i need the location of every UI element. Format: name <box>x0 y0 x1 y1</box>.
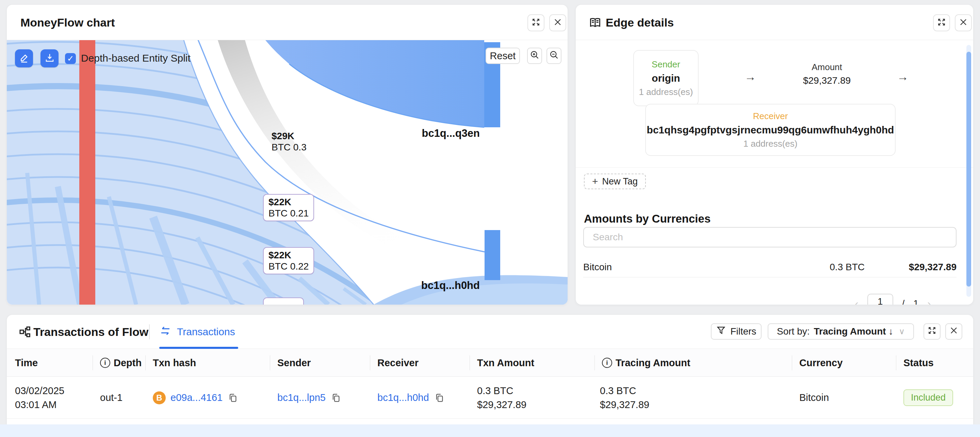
col-status[interactable]: Status <box>896 349 972 377</box>
tab-transactions-label: Transactions <box>177 326 235 338</box>
close-icon <box>950 326 958 337</box>
sender-card[interactable]: Sender origin 1 address(es) <box>633 50 698 106</box>
currency-search-input[interactable] <box>583 227 956 247</box>
transactions-title: Transactions of Flow <box>33 325 148 339</box>
sender-link[interactable]: bc1q...lpn5 <box>277 392 326 403</box>
edge-expand-button[interactable] <box>933 14 950 31</box>
expand-icon <box>531 18 540 28</box>
receiver-count: 1 address(es) <box>646 139 895 149</box>
col-time[interactable]: Time <box>8 349 92 377</box>
check-icon: ✓ <box>67 54 74 63</box>
flow-label-partial[interactable] <box>263 297 304 305</box>
receiver-label: Receiver <box>646 111 895 121</box>
table-row[interactable]: 03/02/2025 03:01 AM out-1 B e09a...4161 … <box>7 377 973 419</box>
transactions-panel: Transactions of Flow Transactions Filter… <box>7 315 973 437</box>
receiver-link[interactable]: bc1q...h0hd <box>377 392 429 403</box>
expand-icon <box>928 326 937 337</box>
moneyflow-expand-button[interactable] <box>527 14 544 31</box>
copy-icon[interactable] <box>434 392 445 403</box>
txn-date: 03/02/2025 <box>15 385 64 397</box>
sender-value: origin <box>634 72 698 84</box>
moneyflow-close-button[interactable] <box>549 14 566 31</box>
col-depth[interactable]: iDepth <box>92 349 145 377</box>
cell-receiver: bc1q...h0hd <box>370 377 469 419</box>
tab-transactions[interactable]: Transactions <box>159 315 235 349</box>
entity-split-checkbox[interactable]: ✓ <box>65 53 76 64</box>
new-tag-button[interactable]: + New Tag <box>584 174 646 189</box>
col-receiver[interactable]: Receiver <box>370 349 469 377</box>
reset-button[interactable]: Reset <box>485 48 520 64</box>
amount-block: Amount $29,327.89 <box>779 62 875 86</box>
cell-sender: bc1q...lpn5 <box>270 377 370 419</box>
close-icon <box>554 18 562 27</box>
arrow-right-icon: → <box>745 70 756 83</box>
moneyflow-panel: MoneyFlow chart <box>7 5 568 305</box>
table-header-row: Time iDepth Txn hash Sender Receiver Txn… <box>7 349 973 377</box>
flow-label-22k-022[interactable]: $22K BTC 0.22 <box>263 247 314 274</box>
currency-usd: $29,327.89 <box>865 262 956 273</box>
flow-label-22k-021[interactable]: $22K BTC 0.21 <box>263 194 314 221</box>
edge-scrollbar-thumb[interactable] <box>966 52 971 287</box>
info-icon: i <box>100 358 110 368</box>
currency-name: Bitcoin <box>583 262 612 273</box>
plus-icon: + <box>592 175 598 187</box>
filters-button[interactable]: Filters <box>711 323 762 340</box>
status-badge: Included <box>904 389 953 406</box>
page-prev-icon[interactable]: ‹ <box>855 297 859 305</box>
copy-icon[interactable] <box>331 392 341 403</box>
new-tag-label: New Tag <box>602 176 638 187</box>
expand-icon <box>937 18 946 28</box>
receiver-card[interactable]: Receiver bc1qhsg4pgfptvgsjrnecmu99qg6umw… <box>645 104 896 156</box>
download-icon <box>45 53 55 64</box>
col-txn-amount[interactable]: Txn Amount <box>469 349 595 377</box>
edge-details-title: Edge details <box>606 16 674 29</box>
header-divider <box>149 324 150 339</box>
edge-details-header: Edge details <box>576 5 973 40</box>
col-sender[interactable]: Sender <box>270 349 370 377</box>
zoom-out-button[interactable] <box>546 48 562 64</box>
transactions-expand-button[interactable] <box>924 323 940 340</box>
col-currency[interactable]: Currency <box>792 349 896 377</box>
sender-label: Sender <box>634 59 698 70</box>
funnel-icon <box>716 325 726 338</box>
app-root: MoneyFlow chart <box>0 0 980 437</box>
close-icon <box>959 18 967 27</box>
chevron-down-icon: ∨ <box>899 327 905 336</box>
copy-icon[interactable] <box>227 392 238 403</box>
node-label-h0hd[interactable]: bc1q...h0hd <box>398 279 480 292</box>
page-next-icon[interactable]: › <box>927 297 931 305</box>
edge-close-button[interactable] <box>955 14 972 31</box>
page-input[interactable]: 1 <box>867 294 893 305</box>
cell-time: 03/02/2025 03:01 AM <box>8 377 92 419</box>
node-label-q3en[interactable]: bc1q...q3en <box>398 127 480 140</box>
pencil-icon <box>19 53 29 64</box>
sort-value: Tracing Amount ↓ <box>814 326 894 337</box>
download-button[interactable] <box>40 49 59 67</box>
entity-split-label: Depth-based Entity Split <box>81 53 191 64</box>
zoom-in-button[interactable] <box>527 48 542 64</box>
zoom-in-icon <box>530 50 539 62</box>
edge-scrollbar-track[interactable] <box>966 45 971 297</box>
txn-hash-link[interactable]: e09a...4161 <box>170 392 223 403</box>
amounts-by-currencies-heading: Amounts by Currencies <box>584 212 711 225</box>
receiver-address: bc1qhsg4pgfptvgsjrnecmu99qg6umwfhuh4ygh0… <box>646 124 895 136</box>
info-icon: i <box>602 358 612 368</box>
cell-depth: out-1 <box>92 377 145 419</box>
edit-button[interactable] <box>15 49 33 67</box>
amount-value: $29,327.89 <box>779 75 875 86</box>
col-txn-hash[interactable]: Txn hash <box>145 349 270 377</box>
currency-row[interactable]: Bitcoin 0.3 BTC $29,327.89 <box>583 257 956 277</box>
filters-label: Filters <box>730 326 756 337</box>
col-tracing-amount[interactable]: iTracing Amount <box>595 349 792 377</box>
moneyflow-chart-canvas[interactable]: ✓ Depth-based Entity Split Reset $29K BT… <box>7 40 568 305</box>
txn-time: 03:01 AM <box>15 399 64 410</box>
row-divider <box>583 277 956 278</box>
sort-by-dropdown[interactable]: Sort by: Tracing Amount ↓ ∨ <box>768 323 914 340</box>
cell-txn-hash: B e09a...4161 <box>145 377 270 419</box>
page-total: 1 <box>913 298 918 305</box>
section-divider <box>576 167 973 168</box>
horizontal-scrollbar-track[interactable] <box>0 424 980 437</box>
pagination: ‹ 1 / 1 › <box>855 294 931 305</box>
transactions-close-button[interactable] <box>945 323 962 340</box>
transactions-header: Transactions of Flow Transactions Filter… <box>7 315 973 349</box>
